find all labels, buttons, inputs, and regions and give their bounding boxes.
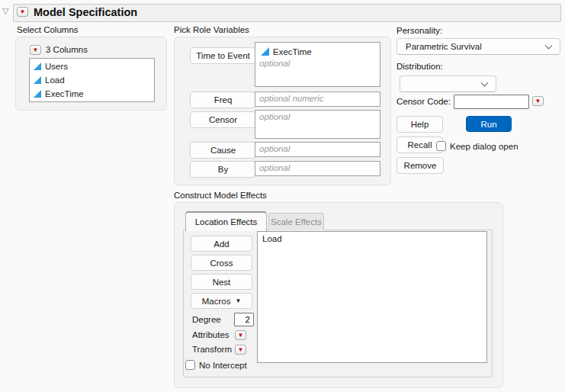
- continuous-column-icon: [34, 90, 41, 98]
- cross-button[interactable]: Cross: [191, 255, 252, 271]
- continuous-column-icon: [261, 47, 269, 56]
- attributes-label: Attributes: [192, 330, 230, 339]
- no-intercept-label: No Intercept: [199, 361, 247, 370]
- censor-button[interactable]: Censor: [190, 111, 256, 128]
- cause-button[interactable]: Cause: [190, 142, 256, 159]
- by-button[interactable]: By: [190, 161, 256, 178]
- run-button[interactable]: Run: [466, 116, 512, 132]
- add-button[interactable]: Add: [191, 236, 252, 252]
- tab-location-effects[interactable]: Location Effects: [185, 211, 267, 231]
- optional-placeholder: optional numeric: [259, 94, 323, 103]
- freq-box[interactable]: optional numeric: [255, 92, 380, 107]
- pick-roles-panel: Time to Event ExecTime optional Freq opt…: [174, 37, 391, 185]
- continuous-column-icon: [34, 63, 41, 70]
- pick-roles-title: Pick Role Variables: [174, 25, 249, 34]
- freq-button[interactable]: Freq: [190, 92, 256, 108]
- columns-red-triangle-button[interactable]: ▼: [30, 45, 41, 55]
- red-triangle-icon: ▼: [238, 346, 244, 352]
- degree-label: Degree: [192, 315, 221, 324]
- censor-code-red-triangle-button[interactable]: ▼: [532, 96, 544, 106]
- list-item[interactable]: ExecTime: [32, 87, 152, 101]
- effect-item[interactable]: Load: [262, 234, 482, 243]
- transform-label: Transform: [192, 345, 232, 354]
- optional-placeholder: optional: [259, 59, 376, 68]
- red-triangle-icon: ▼: [20, 8, 26, 14]
- no-intercept-checkbox[interactable]: [185, 360, 195, 370]
- cause-box[interactable]: optional: [255, 142, 380, 157]
- list-item[interactable]: Load: [32, 73, 152, 87]
- personality-dropdown[interactable]: Parametric Survival: [396, 38, 560, 55]
- red-triangle-menu-button[interactable]: ▼: [17, 7, 28, 17]
- censor-code-label: Censor Code:: [396, 97, 451, 106]
- macros-label: Macros: [202, 297, 231, 306]
- construct-effects-title: Construct Model Effects: [174, 191, 267, 200]
- columns-summary: 3 Columns: [46, 45, 88, 54]
- time-to-event-button[interactable]: Time to Event: [190, 47, 256, 64]
- degree-input[interactable]: [234, 313, 254, 326]
- red-triangle-icon: ▼: [535, 98, 541, 104]
- optional-placeholder: optional: [259, 112, 290, 121]
- transform-red-triangle-button[interactable]: ▼: [235, 345, 246, 355]
- personality-label: Personality:: [396, 26, 442, 35]
- tab-scale-effects[interactable]: Scale Effects: [268, 213, 324, 230]
- column-label: Users: [45, 62, 68, 71]
- distribution-dropdown[interactable]: [400, 76, 496, 92]
- keep-dialog-label: Keep dialog open: [450, 142, 518, 151]
- red-triangle-icon: ▼: [238, 332, 244, 338]
- remove-button[interactable]: Remove: [396, 157, 444, 174]
- continuous-column-icon: [34, 76, 41, 84]
- list-item[interactable]: ExecTime: [259, 44, 376, 59]
- model-specification-window: ▽ ▼ Model Specification Select Columns ▼…: [0, 0, 565, 392]
- chevron-down-icon: [481, 79, 489, 87]
- list-item[interactable]: Users: [32, 59, 152, 73]
- censor-code-input[interactable]: [454, 95, 529, 109]
- distribution-label: Distribution:: [396, 62, 443, 71]
- by-box[interactable]: optional: [255, 161, 380, 176]
- optional-placeholder: optional: [259, 144, 290, 153]
- nest-button[interactable]: Nest: [191, 274, 252, 290]
- time-to-event-box[interactable]: ExecTime optional: [255, 42, 380, 87]
- keep-dialog-checkbox[interactable]: [436, 141, 446, 151]
- columns-listbox[interactable]: Users Load ExecTime: [29, 58, 155, 102]
- optional-placeholder: optional: [259, 163, 290, 172]
- select-columns-panel: ▼ 3 Columns Users Load ExecTime: [15, 37, 167, 111]
- help-button[interactable]: Help: [396, 116, 443, 133]
- macros-button[interactable]: Macros ▼: [191, 293, 252, 309]
- effects-listbox[interactable]: Load: [257, 231, 487, 363]
- censor-box[interactable]: optional: [255, 110, 380, 139]
- chevron-down-icon: [545, 42, 553, 50]
- disclosure-triangle-icon[interactable]: ▽: [2, 7, 8, 15]
- page-title: Model Specification: [34, 6, 137, 18]
- dropdown-arrow-icon: ▼: [235, 298, 241, 304]
- red-triangle-icon: ▼: [33, 47, 39, 53]
- attributes-red-triangle-button[interactable]: ▼: [235, 330, 246, 340]
- role-value: ExecTime: [273, 47, 312, 56]
- column-label: ExecTime: [45, 89, 84, 98]
- column-label: Load: [45, 76, 65, 85]
- select-columns-title: Select Columns: [17, 25, 79, 34]
- personality-value: Parametric Survival: [397, 42, 482, 51]
